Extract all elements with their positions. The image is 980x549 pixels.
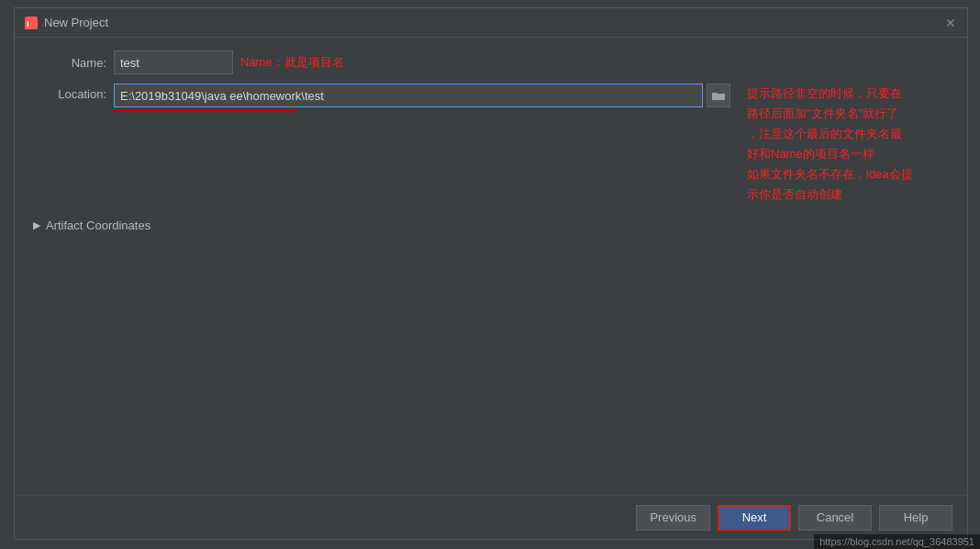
artifact-coordinates-label: Artifact Coordinates bbox=[46, 218, 150, 232]
title-bar: I New Project ✕ bbox=[15, 8, 967, 38]
close-button[interactable]: ✕ bbox=[943, 16, 958, 30]
annotation-line-4: 好和Name的项目名一样 bbox=[747, 144, 958, 164]
folder-icon bbox=[712, 90, 725, 101]
dialog-title: New Project bbox=[44, 16, 108, 29]
screenshot-wrapper: I New Project ✕ Name: Name：就是项目名 Locatio… bbox=[0, 0, 980, 549]
cancel-button[interactable]: Cancel bbox=[798, 505, 872, 531]
expand-arrow-icon: ▶ bbox=[33, 219, 40, 231]
annotation-line-2: 路径后面加"文件夹名"就行了 bbox=[747, 104, 958, 124]
title-bar-left: I New Project bbox=[24, 16, 108, 30]
annotation-line-6: 示你是否自动创建 bbox=[747, 185, 958, 205]
annotation-line-1: 提示路径非空的时候，只要在 bbox=[747, 84, 958, 104]
annotation-line-3: ，注意这个最后的文件夹名最 bbox=[747, 124, 958, 144]
new-project-dialog: I New Project ✕ Name: Name：就是项目名 Locatio… bbox=[14, 7, 968, 540]
artifact-coordinates-row[interactable]: ▶ Artifact Coordinates bbox=[33, 215, 949, 236]
name-label: Name: bbox=[33, 56, 106, 70]
name-row: Name: Name：就是项目名 bbox=[33, 50, 949, 74]
name-annotation: Name：就是项目名 bbox=[240, 54, 344, 71]
location-annotation: 提示路径非空的时候，只要在 路径后面加"文件夹名"就行了 ，注意这个最后的文件夹… bbox=[747, 84, 958, 206]
annotation-line-5: 如果文件夹名不存在，idea会提 bbox=[747, 164, 958, 185]
dialog-content: Name: Name：就是项目名 Location: bbox=[15, 38, 967, 495]
location-label: Location: bbox=[33, 84, 106, 101]
intellij-icon: I bbox=[24, 16, 39, 30]
help-button[interactable]: Help bbox=[879, 505, 952, 531]
svg-text:I: I bbox=[27, 19, 29, 28]
next-button[interactable]: Next bbox=[718, 505, 791, 531]
name-input[interactable] bbox=[114, 50, 233, 74]
location-underline bbox=[114, 109, 297, 111]
url-bar: https://blog.csdn.net/qq_36483951 bbox=[814, 534, 980, 549]
browse-button[interactable] bbox=[707, 84, 730, 107]
location-row: Location: 提 bbox=[33, 84, 949, 206]
location-input[interactable] bbox=[114, 84, 703, 107]
dialog-footer: Previous Next Cancel Help bbox=[15, 495, 967, 539]
previous-button[interactable]: Previous bbox=[636, 505, 710, 531]
